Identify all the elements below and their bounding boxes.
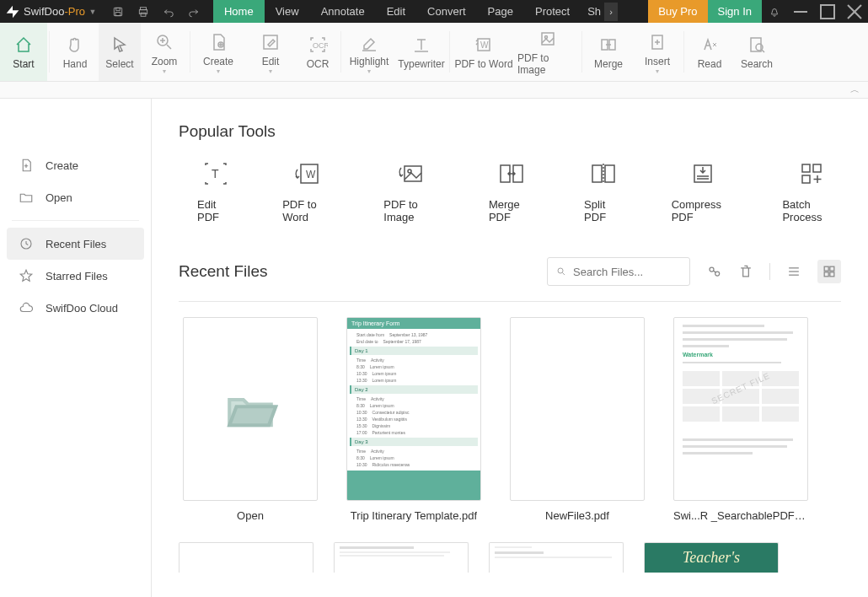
search-input-field[interactable] — [573, 266, 681, 278]
sidebar-label: Recent Files — [46, 238, 106, 250]
ribbon-zoom[interactable]: Zoom▾ — [141, 23, 188, 81]
svg-rect-1 — [116, 8, 121, 10]
tool-compress-pdf[interactable]: Compress PDF — [672, 159, 734, 223]
svg-rect-57 — [830, 272, 834, 277]
menu-tab-home[interactable]: Home — [213, 0, 265, 23]
ribbon-typewriter[interactable]: Typewriter — [395, 23, 447, 81]
open-folder-thumb — [183, 317, 318, 501]
grid-view-icon[interactable] — [817, 260, 841, 283]
tool-pdf-to-image[interactable]: PDF to Image — [383, 159, 440, 223]
undo-icon[interactable] — [156, 0, 181, 23]
pdf-to-image-icon — [398, 159, 426, 188]
watermark-thumb: Watermark SECRET FILE — [673, 317, 808, 501]
buy-pro-button[interactable]: Buy Pro — [648, 0, 707, 23]
split-pdf-icon — [589, 159, 618, 188]
ribbon-select[interactable]: Select — [99, 23, 141, 81]
print-icon[interactable] — [131, 0, 156, 23]
menu-tab-protect[interactable]: Protect — [524, 0, 581, 23]
popular-tools-title: Popular Tools — [179, 122, 841, 141]
tool-pdf-to-word[interactable]: W PDF to Word — [282, 159, 335, 223]
sidebar: Create Open Recent Files Starred Files S… — [0, 99, 152, 597]
pin-icon[interactable] — [705, 263, 722, 280]
ribbon-read[interactable]: Read — [686, 23, 733, 81]
tool-split-pdf[interactable]: Split PDF — [584, 159, 623, 223]
close-icon[interactable] — [841, 0, 868, 23]
ribbon-insert[interactable]: Insert▾ — [633, 23, 682, 81]
sidebar-item-starred[interactable]: Starred Files — [0, 260, 151, 292]
ribbon-pdf-to-image[interactable]: PDF to Image — [516, 23, 580, 81]
ribbon-merge[interactable]: Merge — [584, 23, 633, 81]
bell-icon[interactable] — [762, 0, 787, 23]
recent-card-open[interactable]: Open — [179, 317, 322, 522]
tool-merge-pdf[interactable]: Merge PDF — [489, 159, 535, 223]
hand-icon — [65, 35, 85, 55]
svg-rect-28 — [751, 38, 761, 51]
itinerary-thumb: Trip Itinerary Form Start date fromSepte… — [346, 317, 481, 501]
ribbon-search[interactable]: Search — [733, 23, 780, 81]
menu-tab-convert[interactable]: Convert — [416, 0, 477, 23]
create-file-icon — [19, 158, 34, 173]
ribbon-hand[interactable]: Hand — [51, 23, 99, 81]
insert-icon — [647, 32, 667, 52]
highlight-icon — [359, 32, 379, 52]
recent-card-row2-2[interactable] — [334, 542, 469, 573]
tool-label: Split PDF — [584, 198, 623, 223]
sidebar-item-cloud[interactable]: SwifDoo Cloud — [0, 292, 151, 324]
create-icon — [208, 32, 228, 52]
maximize-icon[interactable] — [814, 0, 841, 23]
card-name: Trip Itinerary Template.pdf — [351, 509, 477, 522]
titlebar: SwifDoo-Pro ▼ Home View Annotate Edit Co… — [0, 0, 868, 23]
recent-card-row2-1[interactable] — [179, 542, 313, 573]
ribbon-collapse-icon[interactable]: ︿ — [0, 82, 868, 99]
menu-tabs: Home View Annotate Edit Convert Page Pro… — [213, 0, 604, 23]
minimize-icon[interactable] — [787, 0, 814, 23]
app-name: SwifDoo — [24, 5, 64, 18]
sidebar-item-create[interactable]: Create — [0, 149, 151, 181]
menu-tab-edit[interactable]: Edit — [376, 0, 416, 23]
search-small-icon — [556, 266, 566, 277]
recent-files-title: Recent Files — [179, 262, 268, 281]
ribbon-start-label: Start — [13, 58, 34, 73]
sidebar-label: SwifDoo Cloud — [46, 302, 118, 315]
search-files-input[interactable] — [547, 257, 690, 286]
svg-rect-5 — [141, 13, 146, 16]
menu-tab-view[interactable]: View — [265, 0, 310, 23]
ribbon-read-label: Read — [698, 58, 722, 73]
ribbon-ocr[interactable]: OCR OCR — [297, 23, 339, 81]
menu-tab-annotate[interactable]: Annotate — [310, 0, 376, 23]
sign-in-button[interactable]: Sign In — [708, 0, 762, 23]
list-view-icon[interactable] — [785, 263, 802, 280]
recent-card-itinerary[interactable]: Trip Itinerary Form Start date fromSepte… — [342, 317, 485, 522]
recent-card-watermark[interactable]: Watermark SECRET FILE — [669, 317, 812, 522]
svg-line-11 — [167, 45, 171, 49]
sidebar-item-recent[interactable]: Recent Files — [7, 228, 144, 260]
sidebar-item-open[interactable]: Open — [0, 181, 151, 213]
sidebar-label: Starred Files — [46, 270, 108, 282]
tool-batch-process[interactable]: Batch Process — [782, 159, 841, 223]
redo-icon[interactable] — [181, 0, 206, 23]
folder-open-icon — [19, 190, 34, 205]
tool-edit-pdf[interactable]: T Edit PDF — [197, 159, 233, 223]
ribbon-pdf-to-word[interactable]: W PDF to Word — [452, 23, 516, 81]
app-dropdown-icon[interactable]: ▼ — [85, 8, 100, 16]
menu-tab-page[interactable]: Page — [477, 0, 524, 23]
recent-card-newfile[interactable]: NewFile3.pdf — [506, 317, 649, 522]
trash-icon[interactable] — [737, 263, 754, 280]
recent-card-row2-3[interactable] — [489, 542, 624, 573]
ribbon-highlight[interactable]: Highlight▾ — [343, 23, 395, 81]
svg-rect-43 — [802, 164, 810, 172]
search-icon — [747, 35, 767, 55]
merge-pdf-icon — [497, 159, 526, 188]
menu-scroll-right-icon[interactable]: › — [604, 3, 618, 21]
save-icon[interactable] — [105, 0, 131, 23]
menu-tab-share[interactable]: Sh — [581, 0, 604, 23]
recent-card-row2-teachers[interactable]: Teacher's — [644, 542, 779, 573]
ribbon-create[interactable]: Create▾ — [192, 23, 244, 81]
batch-process-icon — [797, 159, 826, 188]
main-panel: Popular Tools T Edit PDF W PDF to Word P… — [152, 99, 868, 597]
svg-rect-44 — [813, 164, 821, 172]
clock-icon — [19, 236, 34, 251]
svg-rect-56 — [824, 272, 828, 277]
ribbon-start[interactable]: Start — [0, 23, 47, 81]
ribbon-edit[interactable]: Edit▾ — [244, 23, 297, 81]
